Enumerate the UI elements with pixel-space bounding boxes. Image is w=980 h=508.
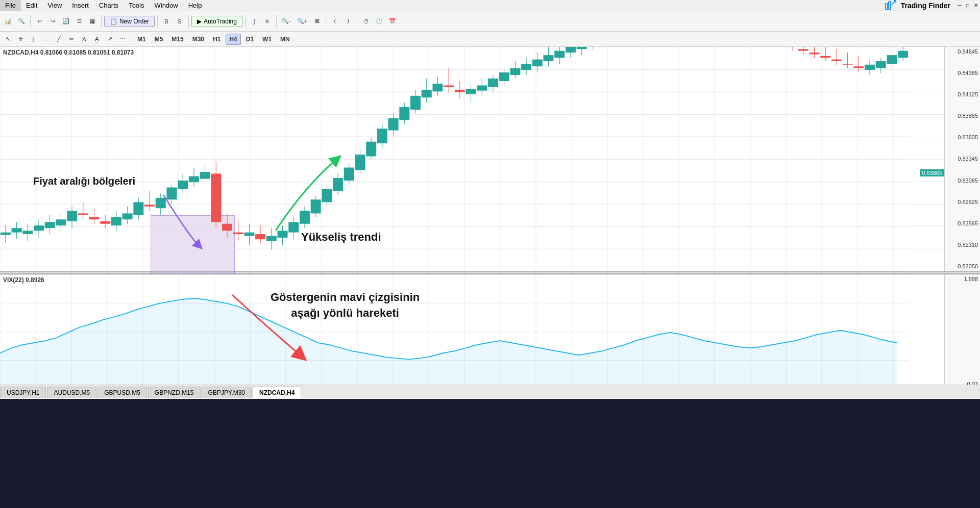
price-82565: 0.82565: [947, 221, 978, 226]
close-button[interactable]: ✕: [972, 2, 980, 10]
price-82825: 0.82825: [947, 199, 978, 205]
tb-refresh[interactable]: 🔄: [60, 14, 72, 29]
draw-toolbar: ↖ ✛ | — ╱ ✏ A A̲ ↗ ⋯ M1 M5 M15 M30 H1 H4…: [0, 32, 980, 47]
toolbar: 📊 🔍 ↩ ↪ 🔄 ⊡ ▦ 📋 New Order B S ▶ AutoTrad…: [0, 11, 980, 32]
tb-sep-8: [357, 15, 357, 28]
price-82050: 0.82050: [947, 264, 978, 269]
menu-view[interactable]: View: [42, 0, 67, 11]
tb-timeframes[interactable]: ⏱: [360, 14, 372, 29]
draw-cursor[interactable]: ↖: [2, 33, 13, 45]
tb-script[interactable]: ≋: [261, 14, 274, 29]
draw-line-diag[interactable]: ╱: [53, 33, 64, 45]
tf-mn[interactable]: MN: [277, 34, 293, 45]
new-order-icon: 📋: [110, 18, 117, 25]
tf-m15[interactable]: M15: [168, 34, 187, 45]
tb-chart-type[interactable]: ▦: [86, 14, 99, 29]
tf-m30[interactable]: M30: [189, 34, 208, 45]
tb-sep-1: [30, 15, 31, 28]
draw-line-h[interactable]: —: [40, 33, 52, 45]
main-chart-canvas[interactable]: [0, 47, 944, 271]
svg-rect-0: [886, 4, 888, 10]
menu-file[interactable]: File: [0, 0, 21, 11]
tb-sep-3: [157, 15, 158, 28]
tf-h1[interactable]: H1: [209, 34, 224, 45]
menu-help[interactable]: Help: [183, 0, 207, 11]
new-order-label: New Order: [119, 18, 149, 25]
tb-sep-7: [326, 15, 326, 28]
tab-nzdcad[interactable]: NZDCAD,H4: [253, 387, 301, 398]
tb-zoom-plus[interactable]: 🔍+: [295, 14, 310, 29]
price-84645: 0.84645: [947, 49, 978, 55]
tb-buy[interactable]: B: [160, 14, 173, 29]
tb-fit-chart[interactable]: ⊠: [311, 14, 323, 29]
tb-arrow[interactable]: ↩: [33, 14, 45, 29]
new-order-button[interactable]: 📋 New Order: [104, 16, 155, 27]
draw-label[interactable]: A̲: [91, 33, 103, 45]
tb-sep-6: [276, 15, 277, 28]
tf-m5[interactable]: M5: [151, 34, 167, 45]
tb-zoom-fit[interactable]: ⊡: [73, 14, 85, 29]
price-83345: 0.83345: [947, 156, 978, 162]
autotrading-button[interactable]: ▶ AutoTrading: [191, 16, 242, 27]
draw-text[interactable]: A: [79, 33, 90, 45]
tab-gbpnzd[interactable]: GBPNZD,M15: [148, 387, 201, 398]
minimize-button[interactable]: ─: [955, 2, 964, 10]
draw-sep-1: [131, 34, 131, 44]
autotrading-icon: ▶: [197, 18, 202, 25]
maximize-button[interactable]: □: [964, 2, 972, 10]
main-chart[interactable]: NZDCAD,H4 0.81066 0.81085 0.81051 0.8107…: [0, 47, 980, 271]
logo-text: Trading Finder: [901, 2, 950, 10]
logo-area: Trading Finder: [885, 0, 955, 12]
draw-more[interactable]: ⋯: [117, 33, 128, 45]
tb-clock[interactable]: 🕐: [373, 14, 385, 29]
price-83085: 0.83085: [947, 178, 978, 184]
price-axis: 0.84645 0.84385 0.84125 0.83865 0.83605 …: [944, 47, 980, 271]
tab-gbpusd[interactable]: GBPUSD,M5: [97, 387, 147, 398]
autotrading-label: AutoTrading: [204, 18, 237, 25]
vix-high: 1.688: [947, 276, 978, 282]
tab-bar: USDJPY,H1 AUDUSD,M5 GBPUSD,M5 GBPNZD,M15…: [0, 385, 980, 398]
vix-chart-canvas[interactable]: [0, 274, 944, 389]
tf-d1[interactable]: D1: [242, 34, 257, 45]
draw-arrow[interactable]: ↗: [104, 33, 115, 45]
price-83605: 0.83605: [947, 135, 978, 140]
price-82310: 0.82310: [947, 242, 978, 248]
tab-gbpjpy[interactable]: GBPJPY,M30: [202, 387, 252, 398]
menu-bar: File Edit View Insert Charts Tools Windo…: [0, 0, 980, 11]
tb-next-bar[interactable]: ⟩: [342, 14, 354, 29]
draw-pencil[interactable]: ✏: [66, 33, 77, 45]
menu-edit[interactable]: Edit: [21, 0, 42, 11]
tb-sep-2: [101, 15, 102, 28]
menu-tools[interactable]: Tools: [124, 0, 149, 11]
tb-forward[interactable]: ↪: [46, 14, 59, 29]
current-price-box: 0.83865: [920, 169, 944, 176]
draw-crosshair[interactable]: ✛: [15, 33, 26, 45]
svg-rect-1: [889, 2, 891, 10]
price-84125: 0.84125: [947, 92, 978, 97]
logo-icon: [885, 0, 897, 12]
menu-charts[interactable]: Charts: [94, 0, 124, 11]
tb-indicator[interactable]: ∫: [248, 14, 260, 29]
tb-calendar[interactable]: 📅: [386, 14, 399, 29]
tf-h4[interactable]: H4: [226, 34, 240, 45]
tb-sep-5: [245, 15, 246, 28]
tb-sep-4: [188, 15, 189, 28]
window-controls: ─ □ ✕: [955, 2, 980, 10]
tf-m1[interactable]: M1: [134, 34, 150, 45]
indicator-chart[interactable]: VIX(22) 0.8926 Göstergenin mavi çizgisin…: [0, 274, 980, 389]
menu-insert[interactable]: Insert: [67, 0, 94, 11]
tf-w1[interactable]: W1: [259, 34, 275, 45]
price-84385: 0.84385: [947, 70, 978, 76]
vix-price-axis: 1.688 0.07: [944, 274, 980, 389]
chart-area: NZDCAD,H4 0.81066 0.81085 0.81051 0.8107…: [0, 47, 980, 398]
tb-new-chart[interactable]: 📊: [2, 14, 14, 29]
tb-zoom-in[interactable]: 🔍: [15, 14, 28, 29]
tb-sell[interactable]: S: [174, 14, 186, 29]
menu-window[interactable]: Window: [149, 0, 183, 11]
draw-line-v[interactable]: |: [28, 33, 39, 45]
price-83865: 0.83865: [947, 113, 978, 119]
tb-zoom-minus[interactable]: 🔍-: [279, 14, 293, 29]
tb-prev-bar[interactable]: ⟨: [329, 14, 341, 29]
tab-usdjpy[interactable]: USDJPY,H1: [0, 387, 46, 398]
tab-audusd[interactable]: AUDUSD,M5: [47, 387, 96, 398]
